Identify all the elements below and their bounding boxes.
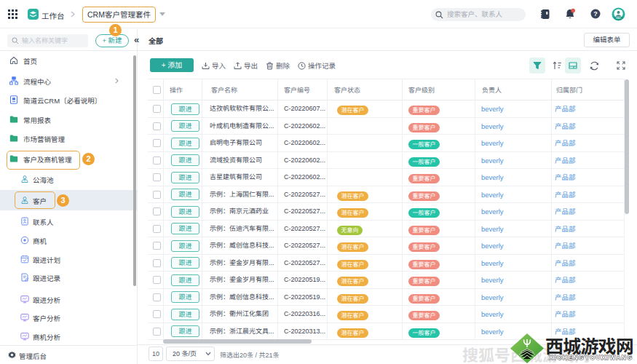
svg-text:MAX: MAX <box>616 17 621 20</box>
svg-text:?: ? <box>593 10 598 17</box>
